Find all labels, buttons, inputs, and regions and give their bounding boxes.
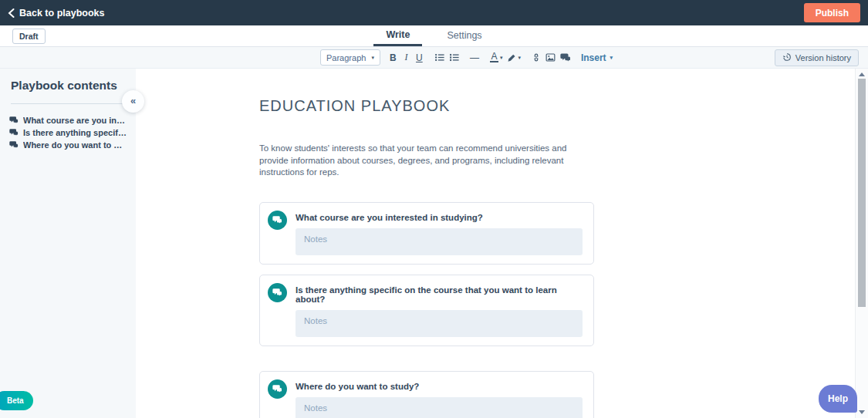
clock-history-icon [782, 52, 792, 63]
paragraph-style-label: Paragraph [326, 53, 366, 62]
highlight-pen-icon [507, 53, 516, 62]
color-group: A ▾ ▾ [488, 49, 523, 66]
caret-down-icon: ▾ [500, 55, 503, 61]
horizontal-rule-button[interactable]: — [468, 49, 481, 66]
panel-divider [11, 103, 125, 104]
question-text: What course are you interested in studyi… [296, 209, 583, 222]
chevron-left-icon [8, 8, 15, 18]
question-card-3: Where do you want to study? [259, 371, 594, 418]
notes-input[interactable] [296, 310, 583, 337]
tab-settings[interactable]: Settings [434, 25, 494, 46]
contents-item-label: Is there anything specific on the course… [23, 128, 127, 137]
paragraph-style-dropdown[interactable]: Paragraph ▾ [320, 49, 380, 66]
question-chat-bubbles-icon [268, 283, 287, 302]
italic-button[interactable]: I [400, 49, 413, 66]
question-chat-bubbles-icon [268, 379, 287, 399]
image-icon [545, 52, 556, 62]
snippet-button[interactable] [558, 49, 573, 66]
chat-bubbles-icon [9, 140, 19, 150]
panel-title: Playbook contents [11, 79, 125, 93]
contents-list: What course are you interested in studyi… [0, 114, 136, 151]
link-icon [532, 52, 541, 62]
underline-button[interactable]: U [413, 49, 426, 66]
question-text: Is there anything specific on the course… [296, 281, 583, 304]
bullet-list-icon [434, 52, 444, 62]
back-to-playbooks-link[interactable]: Back to playbooks [8, 8, 104, 19]
insert-menu-button[interactable]: Insert ▾ [581, 52, 613, 63]
tab-write[interactable]: Write [373, 25, 422, 46]
highlight-color-button[interactable]: ▾ [505, 49, 523, 66]
top-navigation-bar: Back to playbooks Publish [0, 0, 868, 25]
notes-input[interactable] [296, 228, 583, 255]
caret-down-icon: ▾ [610, 55, 613, 61]
back-label: Back to playbooks [19, 8, 104, 19]
image-button[interactable] [543, 49, 558, 66]
chat-bubbles-icon [9, 128, 19, 138]
playbook-editor-canvas[interactable]: EDUCATION PLAYBOOK To know students' int… [136, 69, 855, 418]
version-history-button[interactable]: Version history [775, 49, 859, 66]
editor-tabs: Write Settings [0, 25, 868, 46]
caret-down-icon: ▾ [371, 55, 374, 61]
question-text: Where do you want to study? [296, 378, 583, 391]
chat-bubbles-icon [560, 52, 571, 62]
insert-rule-group: — [468, 49, 481, 66]
chat-bubbles-icon [9, 116, 19, 126]
text-style-group: B I U [387, 49, 426, 66]
contents-item-question-2[interactable]: Is there anything specific on the course… [0, 126, 136, 139]
notes-input[interactable] [296, 397, 583, 418]
contents-item-question-3[interactable]: Where do you want to study? [0, 139, 136, 151]
question-cards: What course are you interested in studyi… [259, 202, 594, 418]
beta-badge: Beta [0, 391, 33, 410]
contents-item-label: What course are you interested in studyi… [23, 116, 127, 125]
question-card-2: Is there anything specific on the course… [259, 275, 594, 346]
question-chat-bubbles-icon [268, 211, 287, 230]
sub-header: Draft Write Settings [0, 25, 868, 46]
bullet-list-button[interactable] [432, 49, 447, 66]
question-card-1: What course are you interested in studyi… [259, 202, 594, 265]
question-body: Is there anything specific on the course… [296, 281, 583, 337]
scrollbar-down-arrow[interactable] [859, 410, 865, 414]
version-history-label: Version history [795, 53, 851, 62]
bold-button[interactable]: B [387, 49, 400, 66]
question-body: What course are you interested in studyi… [296, 209, 583, 255]
media-group [529, 49, 573, 66]
playbook-contents-panel: Playbook contents What course are you in… [0, 69, 136, 418]
link-button[interactable] [529, 49, 543, 66]
scrollbar-thumb[interactable] [858, 79, 866, 307]
document-intro-text[interactable]: To know students' interests so that your… [259, 143, 594, 179]
contents-item-label: Where do you want to study? [23, 140, 127, 150]
font-color-icon: A [490, 52, 498, 62]
font-color-button[interactable]: A ▾ [488, 49, 505, 66]
collapse-double-chevron-icon: « [130, 95, 136, 106]
help-button[interactable]: Help [819, 385, 857, 413]
publish-button[interactable]: Publish [804, 3, 860, 22]
contents-item-question-1[interactable]: What course are you interested in studyi… [0, 114, 136, 126]
list-group [432, 49, 461, 66]
insert-label: Insert [581, 52, 606, 63]
formatting-toolbar: Paragraph ▾ B I U — A ▾ [0, 46, 868, 69]
collapse-sidebar-button[interactable]: « [122, 90, 144, 113]
document-title[interactable]: EDUCATION PLAYBOOK [259, 97, 855, 115]
question-body: Where do you want to study? [296, 378, 583, 418]
numbered-list-icon [449, 52, 459, 62]
scrollbar-up-arrow[interactable] [859, 72, 865, 76]
vertical-scrollbar[interactable] [855, 69, 868, 418]
numbered-list-button[interactable] [447, 49, 461, 66]
caret-down-icon: ▾ [518, 55, 521, 61]
